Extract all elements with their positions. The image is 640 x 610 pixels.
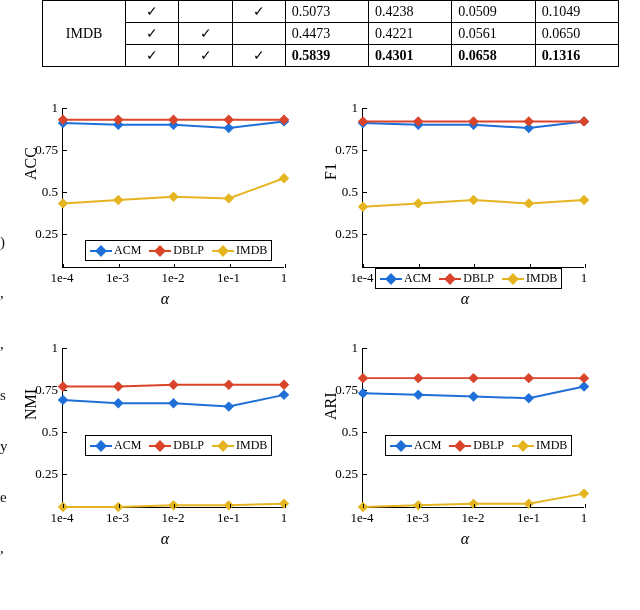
y-ticks: 0.250.50.751 bbox=[330, 108, 360, 268]
legend-label: IMDB bbox=[236, 438, 267, 453]
cropped-char: s bbox=[0, 387, 10, 404]
check-cell bbox=[232, 23, 285, 45]
series-marker bbox=[524, 117, 533, 126]
legend-swatch bbox=[449, 441, 471, 451]
x-ticks: 1e-41e-31e-21e-11 bbox=[62, 510, 284, 528]
x-tick-label: 1e-2 bbox=[461, 510, 484, 526]
series-marker bbox=[469, 392, 478, 401]
x-tick-mark bbox=[63, 504, 64, 508]
x-tick-mark bbox=[585, 504, 586, 508]
legend-item: ACM bbox=[90, 243, 141, 258]
y-tick-label: 0.75 bbox=[35, 382, 58, 398]
legend-label: IMDB bbox=[526, 271, 557, 286]
x-tick-label: 1e-2 bbox=[161, 510, 184, 526]
value-cell: 0.0509 bbox=[452, 1, 535, 23]
x-tick-label: 1 bbox=[581, 510, 588, 526]
charts-grid: ACC0.250.50.7511e-41e-31e-21e-11αACMDBLP… bbox=[30, 100, 630, 580]
series-marker bbox=[579, 117, 588, 126]
legend-item: DBLP bbox=[149, 243, 204, 258]
legend-swatch bbox=[212, 246, 234, 256]
legend-item: DBLP bbox=[439, 271, 494, 286]
x-axis-label: α bbox=[330, 290, 600, 308]
x-tick-mark bbox=[119, 264, 120, 268]
chart-acc: ACC0.250.50.7511e-41e-31e-21e-11αACMDBLP… bbox=[30, 100, 300, 310]
series-marker bbox=[524, 394, 533, 403]
series-marker bbox=[414, 374, 423, 383]
y-tick-label: 1 bbox=[352, 340, 359, 356]
series-marker bbox=[579, 374, 588, 383]
x-tick-label: 1e-1 bbox=[217, 510, 240, 526]
y-tick-label: 0.5 bbox=[342, 424, 358, 440]
value-cell: 0.1316 bbox=[535, 45, 618, 67]
x-tick-label: 1e-2 bbox=[161, 270, 184, 286]
x-tick-label: 1e-3 bbox=[406, 510, 429, 526]
series-marker bbox=[224, 124, 233, 133]
plot-area bbox=[62, 348, 284, 508]
series-marker bbox=[469, 374, 478, 383]
value-cell: 0.0658 bbox=[452, 45, 535, 67]
legend-label: DBLP bbox=[463, 271, 494, 286]
legend-item: IMDB bbox=[502, 271, 557, 286]
chart-legend: ACMDBLPIMDB bbox=[375, 268, 562, 289]
series-marker bbox=[169, 192, 178, 201]
plot-area bbox=[362, 348, 584, 508]
series-marker bbox=[279, 174, 288, 183]
cropped-left-text: ),,sye, bbox=[0, 200, 10, 591]
series-marker bbox=[224, 194, 233, 203]
legend-swatch bbox=[390, 441, 412, 451]
cropped-char: e bbox=[0, 489, 10, 506]
series-marker bbox=[224, 380, 233, 389]
series-marker bbox=[169, 380, 178, 389]
legend-item: DBLP bbox=[149, 438, 204, 453]
value-cell: 0.4238 bbox=[369, 1, 452, 23]
x-tick-mark bbox=[174, 264, 175, 268]
legend-swatch bbox=[212, 441, 234, 451]
legend-swatch bbox=[439, 274, 461, 284]
legend-item: IMDB bbox=[512, 438, 567, 453]
x-tick-label: 1e-4 bbox=[50, 510, 73, 526]
series-marker bbox=[224, 402, 233, 411]
cropped-char: , bbox=[0, 336, 10, 353]
check-cell: ✓ bbox=[179, 45, 232, 67]
series-svg bbox=[363, 108, 584, 267]
series-marker bbox=[114, 196, 123, 205]
series-marker bbox=[579, 382, 588, 391]
x-tick-label: 1e-3 bbox=[106, 510, 129, 526]
x-tick-mark bbox=[474, 504, 475, 508]
legend-swatch bbox=[90, 246, 112, 256]
value-cell: 0.0561 bbox=[452, 23, 535, 45]
chart-legend: ACMDBLPIMDB bbox=[385, 435, 572, 456]
y-tick-label: 0.25 bbox=[335, 226, 358, 242]
cropped-char: y bbox=[0, 438, 10, 455]
legend-swatch bbox=[502, 274, 524, 284]
y-ticks: 0.250.50.751 bbox=[30, 348, 60, 508]
legend-label: ACM bbox=[114, 243, 141, 258]
legend-swatch bbox=[149, 246, 171, 256]
legend-label: IMDB bbox=[236, 243, 267, 258]
value-cell: 0.4473 bbox=[285, 23, 368, 45]
y-tick-label: 0.25 bbox=[35, 226, 58, 242]
chart-nmi: NMI0.250.50.7511e-41e-31e-21e-11αACMDBLP… bbox=[30, 340, 300, 550]
x-tick-label: 1 bbox=[281, 270, 288, 286]
check-cell: ✓ bbox=[126, 45, 179, 67]
x-tick-label: 1e-1 bbox=[217, 270, 240, 286]
x-tick-label: 1 bbox=[581, 270, 588, 286]
x-tick-mark bbox=[63, 264, 64, 268]
series-marker bbox=[469, 196, 478, 205]
series-marker bbox=[579, 196, 588, 205]
x-tick-label: 1 bbox=[281, 510, 288, 526]
x-tick-mark bbox=[119, 504, 120, 508]
value-cell: 0.4301 bbox=[369, 45, 452, 67]
series-marker bbox=[524, 199, 533, 208]
legend-label: DBLP bbox=[173, 438, 204, 453]
legend-item: IMDB bbox=[212, 438, 267, 453]
check-cell bbox=[179, 1, 232, 23]
ablation-table: IMDB✓✓0.50730.42380.05090.1049✓✓0.44730.… bbox=[42, 0, 619, 67]
x-tick-mark bbox=[230, 264, 231, 268]
series-svg bbox=[363, 348, 584, 507]
y-tick-label: 0.75 bbox=[35, 142, 58, 158]
legend-label: ACM bbox=[404, 271, 431, 286]
y-ticks: 0.250.50.751 bbox=[30, 108, 60, 268]
cropped-char: ) bbox=[0, 234, 10, 251]
y-tick-label: 0.5 bbox=[42, 184, 58, 200]
